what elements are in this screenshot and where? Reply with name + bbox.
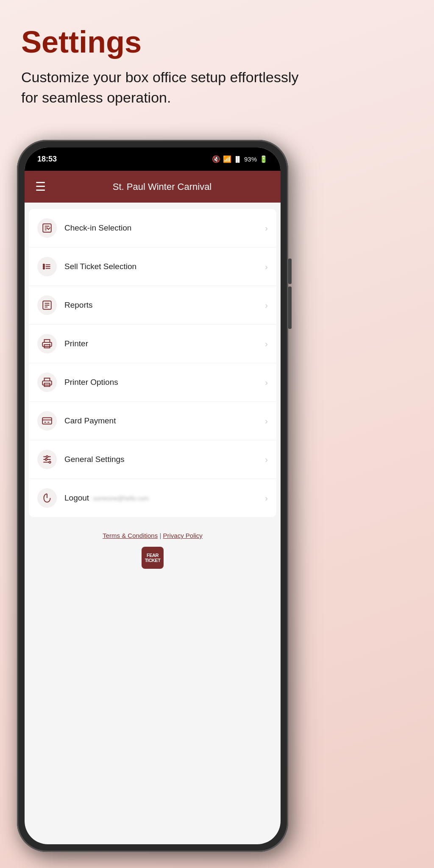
printer-label: Printer <box>64 339 257 348</box>
reports-icon-wrap <box>37 295 57 315</box>
hamburger-menu-button[interactable]: ☰ <box>35 180 46 194</box>
svg-point-25 <box>46 456 48 457</box>
chevron-right-icon: › <box>265 300 268 310</box>
chevron-right-icon: › <box>265 455 268 465</box>
status-time: 18:53 <box>37 155 57 164</box>
phone-mockup: 18:53 🔇 📶 ▐▌ 93% 🔋 ☰ St. Paul Winter Car… <box>17 140 288 852</box>
printer-icon-wrap <box>37 334 57 353</box>
chevron-right-icon: › <box>265 223 268 233</box>
chevron-right-icon: › <box>265 339 268 349</box>
settings-list: Check-in Selection › <box>29 209 276 517</box>
chevron-right-icon: › <box>265 493 268 503</box>
wifi-icon: 📶 <box>223 155 231 163</box>
status-bar: 18:53 🔇 📶 ▐▌ 93% 🔋 <box>25 147 281 171</box>
svg-point-4 <box>43 264 45 265</box>
logout-power-icon <box>42 492 53 504</box>
logout-email: someone@hello.com <box>93 495 149 502</box>
side-buttons <box>288 259 292 329</box>
settings-item-logout[interactable]: Logout someone@hello.com › <box>29 479 276 517</box>
privacy-link[interactable]: Privacy Policy <box>163 532 202 539</box>
footer-links: Terms & Conditions | Privacy Policy <box>25 523 281 543</box>
page-header: Settings Customize your box office setup… <box>0 0 434 120</box>
svg-point-16 <box>49 344 50 345</box>
logout-icon-wrap <box>37 488 57 508</box>
screen-content[interactable]: Check-in Selection › <box>25 203 281 844</box>
printer-options-icon-wrap <box>37 373 57 392</box>
battery-text: 93% <box>244 156 257 163</box>
app-header: ☰ St. Paul Winter Carnival <box>25 171 281 203</box>
battery-icon: 🔋 <box>259 155 268 163</box>
sell-ticket-icon <box>42 261 53 272</box>
settings-item-sell-ticket[interactable]: Sell Ticket Selection › <box>29 248 276 286</box>
settings-item-reports[interactable]: Reports › <box>29 286 276 325</box>
card-payment-icon <box>42 415 53 426</box>
svg-point-6 <box>43 268 45 269</box>
svg-rect-19 <box>42 417 52 424</box>
power-button <box>288 287 292 329</box>
sell-ticket-icon-wrap <box>37 257 57 276</box>
status-icons: 🔇 📶 ▐▌ 93% 🔋 <box>212 155 268 163</box>
chevron-right-icon: › <box>265 378 268 387</box>
general-settings-icon <box>42 454 53 465</box>
settings-item-printer-options[interactable]: Printer Options › <box>29 363 276 402</box>
settings-item-checkin-selection[interactable]: Check-in Selection › <box>29 209 276 248</box>
chevron-right-icon: › <box>265 262 268 272</box>
sell-ticket-label: Sell Ticket Selection <box>64 262 257 271</box>
general-settings-icon-wrap <box>37 450 57 469</box>
page-title: Settings <box>21 25 413 59</box>
page-subtitle: Customize your box office setup effortle… <box>21 67 318 108</box>
settings-item-card-payment[interactable]: Card Payment › <box>29 402 276 440</box>
logout-label: Logout someone@hello.com <box>64 493 257 503</box>
svg-point-5 <box>43 266 45 267</box>
brand-logo-area: FEARTICKET <box>25 543 281 571</box>
settings-item-printer[interactable]: Printer › <box>29 325 276 363</box>
app-header-title: St. Paul Winter Carnival <box>54 181 270 192</box>
printer-icon <box>42 338 53 349</box>
phone-screen: 18:53 🔇 📶 ▐▌ 93% 🔋 ☰ St. Paul Winter Car… <box>25 147 281 844</box>
card-payment-icon-wrap <box>37 411 57 431</box>
phone-frame: 18:53 🔇 📶 ▐▌ 93% 🔋 ☰ St. Paul Winter Car… <box>17 140 288 852</box>
printer-options-label: Printer Options <box>64 378 257 387</box>
svg-point-31 <box>49 461 50 463</box>
chevron-right-icon: › <box>265 416 268 426</box>
checkin-icon-wrap <box>37 218 57 238</box>
printer-options-icon <box>42 377 53 388</box>
volume-up-button <box>288 259 292 284</box>
svg-point-28 <box>45 459 47 460</box>
reports-label: Reports <box>64 300 257 310</box>
brand-logo-box: FEARTICKET <box>142 547 164 569</box>
checkin-icon <box>42 223 53 234</box>
settings-item-general-settings[interactable]: General Settings › <box>29 440 276 479</box>
reports-icon <box>42 300 53 311</box>
card-payment-label: Card Payment <box>64 416 257 426</box>
terms-link[interactable]: Terms & Conditions <box>103 532 158 539</box>
general-settings-label: General Settings <box>64 455 257 464</box>
mute-icon: 🔇 <box>212 155 220 163</box>
checkin-selection-label: Check-in Selection <box>64 223 257 233</box>
signal-icon: ▐▌ <box>234 156 242 162</box>
